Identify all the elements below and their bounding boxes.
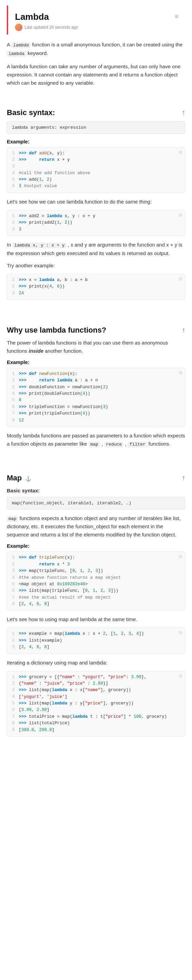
intro-paragraph1: A lambda function is a small anonymous f… <box>7 41 185 58</box>
code-line: 6>>> list(map(tripleFunc, [0, 1, 2, 3])) <box>7 588 181 594</box>
code-line: 1>>> def tripleFunc(x): <box>7 555 181 561</box>
code-line: 1>>> x = lambda a, b : a + b <box>7 277 181 283</box>
code-line: 2>>> list(example) <box>7 638 181 644</box>
code-line: 2{"name" : "juice", "price" : 2.99}] <box>7 681 181 687</box>
map-header: Map ⚓ ↑ <box>7 474 185 482</box>
copy-icon-4[interactable]: ⧉ <box>179 370 182 375</box>
basic-syntax-box: lambda arguments: expression <box>7 121 185 134</box>
map-syntax-box: map(function_object, iterable1, iterable… <box>7 497 185 509</box>
body-text-power: The power of lambda functions is that yo… <box>7 339 185 355</box>
why-use-title: Why use lambda functions? <box>7 326 106 335</box>
code-line: 4['yogurt', 'juice'] <box>7 694 181 700</box>
code-line: 1>>> grocery = [{"name" : "yogurt", "pri… <box>7 674 181 681</box>
code-line: 5<map object at 0x109282e48> <box>7 581 181 588</box>
example-label-1: Example: <box>7 138 185 145</box>
page-title: Lambda <box>15 12 78 22</box>
last-updated: Last updated 26 seconds ago <box>25 25 78 30</box>
code-line: 7#see the actual result of map object <box>7 595 181 601</box>
map-anchor-icon[interactable]: ⚓ <box>25 476 31 482</box>
page-meta: Last updated 26 seconds ago <box>15 24 78 31</box>
code-line: 3>>> list(map(lambda x : x["name"], groc… <box>7 687 181 694</box>
code-line: 8>>> list(totalPrice) <box>7 720 181 727</box>
code-line: 2 return x * 3 <box>7 562 181 568</box>
code-line: 1>>> add2 = lambda x, y : x + y <box>7 213 181 220</box>
code-line: 812 <box>7 417 181 424</box>
code-line: 6>>> tripleFunction = newFunction(3) <box>7 404 181 410</box>
code-block-1: ⧉ 1>>> def add(x, y): 2>>> return x + y … <box>7 147 185 193</box>
code-line: 2>>> return x + y <box>7 157 181 163</box>
code-line: 1>>> def newFunction(n): <box>7 371 181 377</box>
basic-syntax-text: lambda arguments: expression <box>12 125 86 130</box>
code-line: 4#call the add function above <box>7 170 181 177</box>
lambda-keyword2: lambda <box>7 51 26 57</box>
copy-icon-1[interactable]: ⧉ <box>179 150 182 155</box>
copy-icon-3[interactable]: ⧉ <box>179 276 182 282</box>
code-line: 2>>> print(x(4, 6)) <box>7 283 181 290</box>
code-line: 58 <box>7 397 181 404</box>
map-basic-syntax-label: Basic syntax: <box>7 487 185 495</box>
body-text-mostly: Mostly lambda functions are passed as pa… <box>7 432 185 448</box>
body-text-lambda-explain: In lambda x, y : x + y , x and y are arg… <box>7 241 185 258</box>
body-text-try-another: Try another example: <box>7 262 185 270</box>
basic-syntax-header: Basic syntax: ↑ <box>7 108 185 117</box>
body-text-map-lambda: Let's see how to using map and lambda at… <box>7 615 185 624</box>
code-line: 5>>> add(1, 2) <box>7 177 181 183</box>
code-line: 2>>> print(add2(1, 2)) <box>7 220 181 226</box>
basic-syntax-up-arrow[interactable]: ↑ <box>182 108 185 116</box>
basic-syntax-title: Basic syntax: <box>7 108 55 117</box>
page-header: Lambda Last updated 26 seconds ago ≡ <box>7 5 185 35</box>
map-title: Map ⚓ <box>7 474 31 482</box>
copy-icon-6[interactable]: ⧉ <box>179 630 182 635</box>
copy-icon-7[interactable]: ⧉ <box>179 673 182 679</box>
code-block-5: ⧉ 1>>> def tripleFunc(x): 2 return x * 3… <box>7 552 185 611</box>
code-block-4: ⧉ 1>>> def newFunction(n): 2>>> return l… <box>7 368 185 427</box>
intro-paragraph2: A lambda function can take any number of… <box>7 62 185 87</box>
code-block-3: ⧉ 1>>> x = lambda a, b : a + b 2>>> prin… <box>7 274 185 300</box>
code-line: 3 <box>7 163 181 170</box>
code-line: 1>>> example = map(lambda x : x + 2, [1,… <box>7 631 181 637</box>
lambda-keyword-inline: lambda <box>11 42 31 48</box>
code-line: 4#the above function returns a map objec… <box>7 575 181 581</box>
example-label-2: Example: <box>7 359 185 365</box>
code-line: 33 <box>7 226 181 233</box>
code-line: 5>>> list(map(lambda y : y["price"], gro… <box>7 700 181 707</box>
code-line: 4>>> print(doubleFunction(4)) <box>7 391 181 397</box>
code-line: 7>>> print(tripleFunction(4)) <box>7 410 181 417</box>
code-line: 324 <box>7 290 181 297</box>
map-up-arrow[interactable]: ↑ <box>182 474 185 482</box>
body-text-lambda-same: Let's see how we can use lambda function… <box>7 198 185 206</box>
body-text-map-explain: map functions expects a function object … <box>7 514 185 539</box>
code-line: 1>>> def add(x, y): <box>7 150 181 157</box>
code-line: 3>>> doubleFunction = newFunction(2) <box>7 384 181 391</box>
code-line: 9[399.0, 299.0] <box>7 727 181 733</box>
why-use-up-arrow[interactable]: ↑ <box>182 326 185 334</box>
code-line: 3[2, 4, 6, 8] <box>7 644 181 651</box>
body-text-dict-map: Iterating a dictionary using map and lam… <box>7 659 185 667</box>
menu-icon[interactable]: ≡ <box>175 13 178 20</box>
map-syntax-text: map(function_object, iterable1, iterable… <box>12 501 131 506</box>
code-line: 63 #output value <box>7 183 181 189</box>
example-label-3: Example: <box>7 543 185 549</box>
copy-icon-2[interactable]: ⧉ <box>179 212 182 218</box>
code-line: 2>>> return lambda a : a + n <box>7 377 181 384</box>
copy-icon-5[interactable]: ⧉ <box>179 554 182 559</box>
code-line: 6[3.99, 2.99] <box>7 707 181 713</box>
code-line: 3>>> map(tripleFunc, [0, 1, 2, 3]) <box>7 568 181 574</box>
code-line: 8[2, 4, 6, 8] <box>7 601 181 608</box>
code-block-2: ⧉ 1>>> add2 = lambda x, y : x + y 2>>> p… <box>7 210 185 236</box>
page-header-left: Lambda Last updated 26 seconds ago <box>15 12 78 31</box>
why-use-header: Why use lambda functions? ↑ <box>7 326 185 335</box>
code-line: 7>>> totalPrice = map(lambda t : t["pric… <box>7 714 181 720</box>
main-content: A lambda function is a small anonymous f… <box>0 41 192 755</box>
code-block-6: ⧉ 1>>> example = map(lambda x : x + 2, [… <box>7 628 185 654</box>
avatar <box>15 24 22 31</box>
code-block-7: ⧉ 1>>> grocery = [{"name" : "yogurt", "p… <box>7 671 185 737</box>
